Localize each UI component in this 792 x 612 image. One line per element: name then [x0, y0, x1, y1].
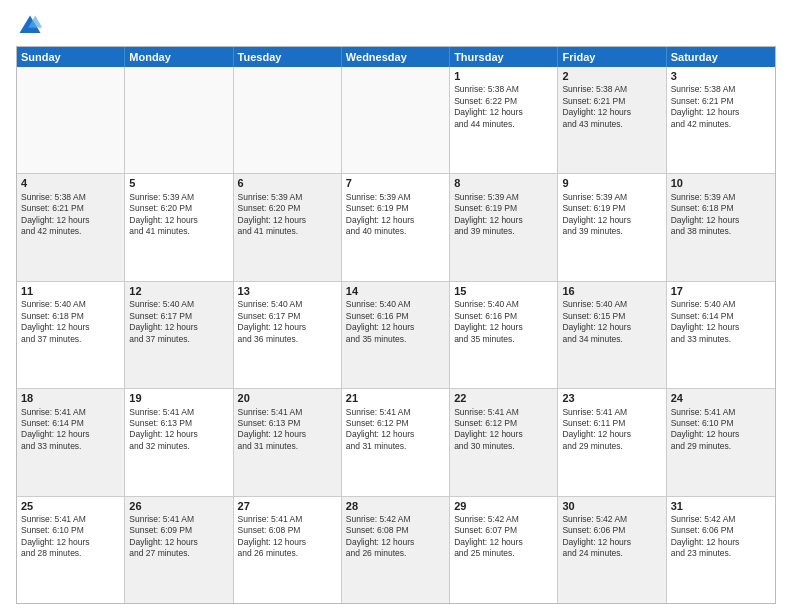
- calendar-cell: 9Sunrise: 5:39 AM Sunset: 6:19 PM Daylig…: [558, 174, 666, 280]
- day-number: 20: [238, 391, 337, 405]
- calendar-cell: 16Sunrise: 5:40 AM Sunset: 6:15 PM Dayli…: [558, 282, 666, 388]
- day-number: 4: [21, 176, 120, 190]
- day-number: 19: [129, 391, 228, 405]
- calendar: SundayMondayTuesdayWednesdayThursdayFrid…: [16, 46, 776, 604]
- day-number: 26: [129, 499, 228, 513]
- calendar-cell: 5Sunrise: 5:39 AM Sunset: 6:20 PM Daylig…: [125, 174, 233, 280]
- cell-content: Sunrise: 5:42 AM Sunset: 6:07 PM Dayligh…: [454, 514, 553, 560]
- day-number: 12: [129, 284, 228, 298]
- weekday-header: Friday: [558, 47, 666, 67]
- calendar-body: 1Sunrise: 5:38 AM Sunset: 6:22 PM Daylig…: [17, 67, 775, 603]
- cell-content: Sunrise: 5:41 AM Sunset: 6:12 PM Dayligh…: [454, 407, 553, 453]
- calendar-cell: 15Sunrise: 5:40 AM Sunset: 6:16 PM Dayli…: [450, 282, 558, 388]
- day-number: 27: [238, 499, 337, 513]
- day-number: 8: [454, 176, 553, 190]
- calendar-cell: [234, 67, 342, 173]
- day-number: 2: [562, 69, 661, 83]
- cell-content: Sunrise: 5:40 AM Sunset: 6:15 PM Dayligh…: [562, 299, 661, 345]
- cell-content: Sunrise: 5:39 AM Sunset: 6:19 PM Dayligh…: [562, 192, 661, 238]
- day-number: 31: [671, 499, 771, 513]
- calendar-row: 25Sunrise: 5:41 AM Sunset: 6:10 PM Dayli…: [17, 496, 775, 603]
- day-number: 9: [562, 176, 661, 190]
- calendar-cell: 3Sunrise: 5:38 AM Sunset: 6:21 PM Daylig…: [667, 67, 775, 173]
- calendar-cell: 12Sunrise: 5:40 AM Sunset: 6:17 PM Dayli…: [125, 282, 233, 388]
- calendar-cell: 25Sunrise: 5:41 AM Sunset: 6:10 PM Dayli…: [17, 497, 125, 603]
- day-number: 10: [671, 176, 771, 190]
- day-number: 7: [346, 176, 445, 190]
- cell-content: Sunrise: 5:41 AM Sunset: 6:10 PM Dayligh…: [671, 407, 771, 453]
- day-number: 18: [21, 391, 120, 405]
- calendar-row: 11Sunrise: 5:40 AM Sunset: 6:18 PM Dayli…: [17, 281, 775, 388]
- calendar-cell: 7Sunrise: 5:39 AM Sunset: 6:19 PM Daylig…: [342, 174, 450, 280]
- calendar-header: SundayMondayTuesdayWednesdayThursdayFrid…: [17, 47, 775, 67]
- weekday-header: Sunday: [17, 47, 125, 67]
- calendar-cell: [342, 67, 450, 173]
- calendar-cell: 2Sunrise: 5:38 AM Sunset: 6:21 PM Daylig…: [558, 67, 666, 173]
- day-number: 17: [671, 284, 771, 298]
- weekday-header: Saturday: [667, 47, 775, 67]
- cell-content: Sunrise: 5:38 AM Sunset: 6:21 PM Dayligh…: [21, 192, 120, 238]
- cell-content: Sunrise: 5:41 AM Sunset: 6:13 PM Dayligh…: [238, 407, 337, 453]
- calendar-cell: 26Sunrise: 5:41 AM Sunset: 6:09 PM Dayli…: [125, 497, 233, 603]
- cell-content: Sunrise: 5:39 AM Sunset: 6:20 PM Dayligh…: [238, 192, 337, 238]
- calendar-cell: 8Sunrise: 5:39 AM Sunset: 6:19 PM Daylig…: [450, 174, 558, 280]
- calendar-cell: [125, 67, 233, 173]
- day-number: 6: [238, 176, 337, 190]
- calendar-cell: 1Sunrise: 5:38 AM Sunset: 6:22 PM Daylig…: [450, 67, 558, 173]
- day-number: 28: [346, 499, 445, 513]
- calendar-cell: 6Sunrise: 5:39 AM Sunset: 6:20 PM Daylig…: [234, 174, 342, 280]
- cell-content: Sunrise: 5:41 AM Sunset: 6:12 PM Dayligh…: [346, 407, 445, 453]
- weekday-header: Monday: [125, 47, 233, 67]
- cell-content: Sunrise: 5:41 AM Sunset: 6:11 PM Dayligh…: [562, 407, 661, 453]
- calendar-cell: 21Sunrise: 5:41 AM Sunset: 6:12 PM Dayli…: [342, 389, 450, 495]
- day-number: 24: [671, 391, 771, 405]
- cell-content: Sunrise: 5:40 AM Sunset: 6:16 PM Dayligh…: [346, 299, 445, 345]
- cell-content: Sunrise: 5:38 AM Sunset: 6:22 PM Dayligh…: [454, 84, 553, 130]
- calendar-cell: 29Sunrise: 5:42 AM Sunset: 6:07 PM Dayli…: [450, 497, 558, 603]
- calendar-cell: 22Sunrise: 5:41 AM Sunset: 6:12 PM Dayli…: [450, 389, 558, 495]
- calendar-cell: 18Sunrise: 5:41 AM Sunset: 6:14 PM Dayli…: [17, 389, 125, 495]
- cell-content: Sunrise: 5:40 AM Sunset: 6:16 PM Dayligh…: [454, 299, 553, 345]
- calendar-cell: 10Sunrise: 5:39 AM Sunset: 6:18 PM Dayli…: [667, 174, 775, 280]
- calendar-cell: 11Sunrise: 5:40 AM Sunset: 6:18 PM Dayli…: [17, 282, 125, 388]
- cell-content: Sunrise: 5:42 AM Sunset: 6:06 PM Dayligh…: [562, 514, 661, 560]
- calendar-cell: 31Sunrise: 5:42 AM Sunset: 6:06 PM Dayli…: [667, 497, 775, 603]
- calendar-cell: 14Sunrise: 5:40 AM Sunset: 6:16 PM Dayli…: [342, 282, 450, 388]
- cell-content: Sunrise: 5:41 AM Sunset: 6:14 PM Dayligh…: [21, 407, 120, 453]
- day-number: 3: [671, 69, 771, 83]
- logo-icon: [16, 12, 44, 40]
- header: [16, 12, 776, 40]
- cell-content: Sunrise: 5:41 AM Sunset: 6:10 PM Dayligh…: [21, 514, 120, 560]
- cell-content: Sunrise: 5:42 AM Sunset: 6:06 PM Dayligh…: [671, 514, 771, 560]
- logo: [16, 12, 48, 40]
- calendar-row: 18Sunrise: 5:41 AM Sunset: 6:14 PM Dayli…: [17, 388, 775, 495]
- cell-content: Sunrise: 5:40 AM Sunset: 6:14 PM Dayligh…: [671, 299, 771, 345]
- day-number: 16: [562, 284, 661, 298]
- day-number: 25: [21, 499, 120, 513]
- cell-content: Sunrise: 5:40 AM Sunset: 6:18 PM Dayligh…: [21, 299, 120, 345]
- calendar-cell: 19Sunrise: 5:41 AM Sunset: 6:13 PM Dayli…: [125, 389, 233, 495]
- cell-content: Sunrise: 5:40 AM Sunset: 6:17 PM Dayligh…: [238, 299, 337, 345]
- day-number: 15: [454, 284, 553, 298]
- page: SundayMondayTuesdayWednesdayThursdayFrid…: [0, 0, 792, 612]
- day-number: 14: [346, 284, 445, 298]
- calendar-cell: [17, 67, 125, 173]
- cell-content: Sunrise: 5:41 AM Sunset: 6:13 PM Dayligh…: [129, 407, 228, 453]
- calendar-cell: 24Sunrise: 5:41 AM Sunset: 6:10 PM Dayli…: [667, 389, 775, 495]
- day-number: 1: [454, 69, 553, 83]
- day-number: 11: [21, 284, 120, 298]
- cell-content: Sunrise: 5:39 AM Sunset: 6:18 PM Dayligh…: [671, 192, 771, 238]
- day-number: 5: [129, 176, 228, 190]
- cell-content: Sunrise: 5:39 AM Sunset: 6:20 PM Dayligh…: [129, 192, 228, 238]
- cell-content: Sunrise: 5:38 AM Sunset: 6:21 PM Dayligh…: [671, 84, 771, 130]
- day-number: 29: [454, 499, 553, 513]
- calendar-cell: 13Sunrise: 5:40 AM Sunset: 6:17 PM Dayli…: [234, 282, 342, 388]
- calendar-cell: 17Sunrise: 5:40 AM Sunset: 6:14 PM Dayli…: [667, 282, 775, 388]
- day-number: 13: [238, 284, 337, 298]
- weekday-header: Tuesday: [234, 47, 342, 67]
- cell-content: Sunrise: 5:38 AM Sunset: 6:21 PM Dayligh…: [562, 84, 661, 130]
- weekday-header: Wednesday: [342, 47, 450, 67]
- calendar-cell: 27Sunrise: 5:41 AM Sunset: 6:08 PM Dayli…: [234, 497, 342, 603]
- calendar-row: 4Sunrise: 5:38 AM Sunset: 6:21 PM Daylig…: [17, 173, 775, 280]
- cell-content: Sunrise: 5:39 AM Sunset: 6:19 PM Dayligh…: [346, 192, 445, 238]
